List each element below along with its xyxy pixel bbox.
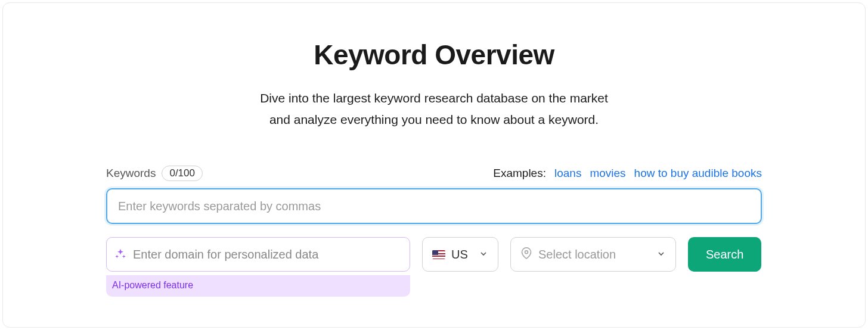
chevron-down-icon — [479, 248, 488, 261]
search-button[interactable]: Search — [688, 237, 761, 272]
location-placeholder: Select location — [538, 248, 616, 261]
keywords-count-pill: 0/100 — [162, 166, 203, 181]
country-selector[interactable]: US — [422, 237, 498, 272]
us-flag-icon — [432, 250, 445, 259]
page-title: Keyword Overview — [314, 39, 554, 71]
example-link-how-to-buy-audible-books[interactable]: how to buy audible books — [634, 167, 762, 180]
subtitle-line-2: and analyze everything you need to know … — [269, 113, 599, 126]
chevron-down-icon — [656, 248, 666, 261]
ai-powered-badge: AI-powered feature — [106, 275, 410, 297]
page-subtitle: Dive into the largest keyword research d… — [260, 88, 608, 130]
form-area: Keywords 0/100 Examples: loans movies ho… — [106, 166, 762, 297]
keyword-overview-card: Keyword Overview Dive into the largest k… — [2, 2, 866, 328]
svg-point-0 — [525, 251, 528, 254]
location-pin-icon — [520, 247, 532, 262]
subtitle-line-1: Dive into the largest keyword research d… — [260, 91, 608, 105]
country-label: US — [451, 248, 468, 261]
keywords-label: Keywords — [106, 167, 156, 180]
examples-wrap: Examples: loans movies how to buy audibl… — [493, 167, 762, 180]
sparkle-icon — [114, 248, 126, 262]
keyword-input[interactable] — [106, 188, 762, 224]
keywords-label-wrap: Keywords 0/100 — [106, 166, 203, 181]
domain-field-wrap: AI-powered feature — [106, 237, 410, 297]
form-second-row: AI-powered feature US Sele — [106, 237, 762, 297]
example-link-movies[interactable]: movies — [590, 167, 625, 180]
domain-input[interactable] — [106, 237, 410, 272]
form-top-row: Keywords 0/100 Examples: loans movies ho… — [106, 166, 762, 181]
example-link-loans[interactable]: loans — [554, 167, 581, 180]
location-selector[interactable]: Select location — [510, 237, 676, 272]
examples-label: Examples: — [493, 167, 546, 180]
